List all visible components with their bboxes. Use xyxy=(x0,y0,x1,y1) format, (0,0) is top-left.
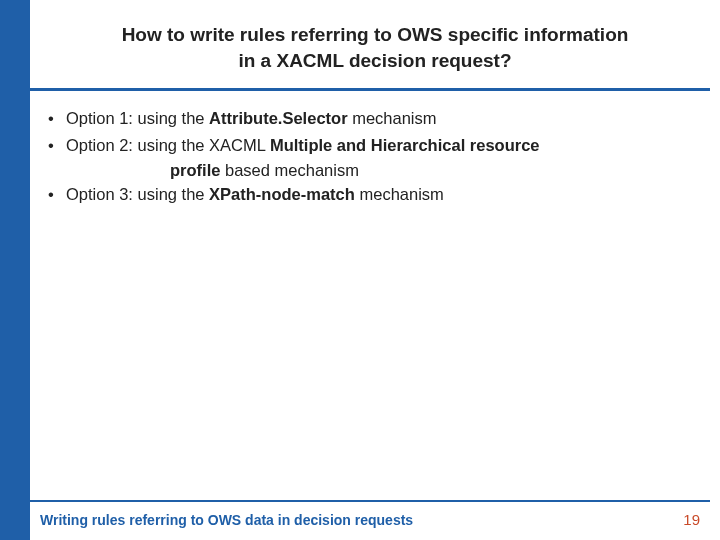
slide-title: How to write rules referring to OWS spec… xyxy=(60,22,690,73)
footer-line xyxy=(30,500,710,502)
slide-footer: Writing rules referring to OWS data in d… xyxy=(40,511,700,528)
bullet-list: Option 1: using the Attribute.Selector m… xyxy=(44,106,694,158)
slide-content: Option 1: using the Attribute.Selector m… xyxy=(44,106,694,209)
title-underline xyxy=(30,88,710,91)
slide: How to write rules referring to OWS spec… xyxy=(0,0,720,540)
bullet-text: Option 1: using the xyxy=(66,109,209,127)
bullet-text: mechanism xyxy=(348,109,437,127)
title-line-2: in a XACML decision request? xyxy=(238,50,511,71)
bullet-text: mechanism xyxy=(355,185,444,203)
footer-text: Writing rules referring to OWS data in d… xyxy=(40,512,413,528)
bullet-text: based mechanism xyxy=(220,161,359,179)
list-item: Option 1: using the Attribute.Selector m… xyxy=(44,106,694,131)
bullet-continuation: profile based mechanism xyxy=(44,158,694,183)
sidebar-accent xyxy=(0,0,30,540)
list-item: Option 3: using the XPath-node-match mec… xyxy=(44,182,694,207)
bullet-bold: profile xyxy=(170,161,220,179)
bullet-text: Option 2: using the XACML xyxy=(66,136,270,154)
bullet-bold: XPath-node-match xyxy=(209,185,355,203)
bullet-list: Option 3: using the XPath-node-match mec… xyxy=(44,182,694,207)
bullet-text: Option 3: using the xyxy=(66,185,209,203)
bullet-bold: Attribute.Selector xyxy=(209,109,347,127)
page-number: 19 xyxy=(683,511,700,528)
bullet-bold: Multiple and Hierarchical resource xyxy=(270,136,540,154)
list-item: Option 2: using the XACML Multiple and H… xyxy=(44,133,694,158)
title-line-1: How to write rules referring to OWS spec… xyxy=(122,24,629,45)
slide-header: How to write rules referring to OWS spec… xyxy=(30,0,720,85)
